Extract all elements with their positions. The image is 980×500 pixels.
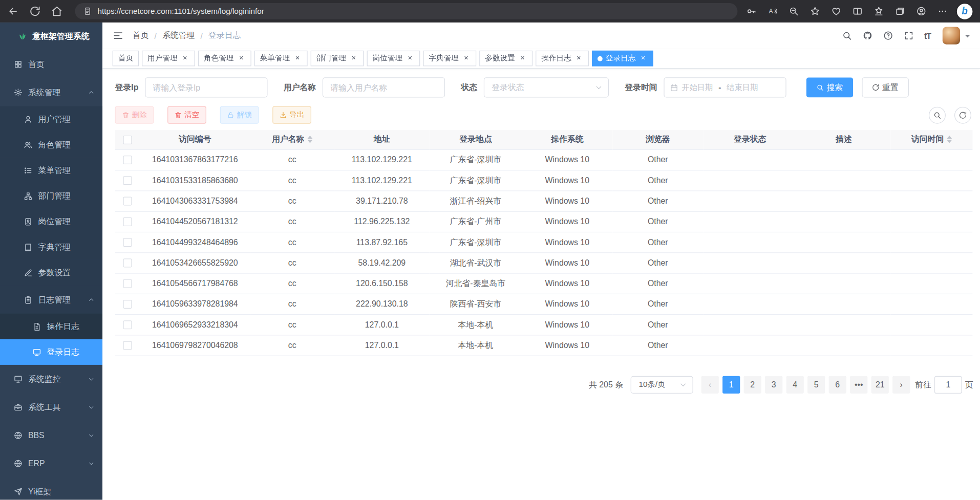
sidebar-item-10[interactable]: 操作日志: [0, 314, 102, 339]
table-row[interactable]: 1641044993248464896cc113.87.92.165广东省-深圳…: [115, 232, 973, 252]
read-aloud-icon[interactable]: A: [768, 6, 778, 16]
row-checkbox[interactable]: [123, 197, 132, 206]
column-header-2[interactable]: 用户名称: [250, 130, 334, 149]
help-icon[interactable]: [883, 31, 893, 41]
copilot-icon[interactable]: b: [957, 4, 973, 19]
prev-page-button[interactable]: ‹: [701, 376, 719, 393]
close-icon[interactable]: ×: [574, 54, 583, 63]
user-name-input[interactable]: [322, 77, 444, 97]
row-checkbox[interactable]: [123, 218, 132, 226]
page-button-2[interactable]: 2: [744, 376, 761, 393]
row-checkbox[interactable]: [123, 156, 132, 164]
close-icon[interactable]: ×: [237, 54, 246, 63]
column-header-9[interactable]: 访问时间: [890, 130, 972, 149]
profile-icon[interactable]: [917, 6, 927, 16]
sidebar-item-5[interactable]: 部门管理: [0, 183, 102, 209]
refresh-button[interactable]: [29, 6, 40, 17]
sidebar-item-9[interactable]: 日志管理: [0, 286, 102, 314]
user-avatar[interactable]: [943, 27, 960, 44]
table-row[interactable]: 1641059633978281984cc222.90.130.18陕西省-西安…: [115, 294, 973, 314]
header-search-icon[interactable]: [842, 31, 852, 41]
font-size-icon[interactable]: tT: [924, 31, 931, 40]
search-button[interactable]: 搜索: [806, 77, 853, 97]
login-ip-input[interactable]: [145, 77, 267, 97]
tag-1[interactable]: 用户管理×: [142, 51, 195, 67]
fullscreen-icon[interactable]: [904, 31, 914, 41]
sidebar-item-3[interactable]: 角色管理: [0, 132, 102, 158]
table-row[interactable]: 1641031367863177216cc113.102.129.221广东省-…: [115, 149, 973, 170]
table-row[interactable]: 1641043063331753984cc39.171.210.78浙江省-绍兴…: [115, 190, 973, 211]
page-button-5[interactable]: 5: [807, 376, 825, 393]
tag-2[interactable]: 角色管理×: [198, 51, 251, 67]
select-all-checkbox[interactable]: [123, 136, 132, 144]
toggle-search-button[interactable]: [929, 106, 946, 123]
close-icon[interactable]: ×: [518, 54, 527, 63]
table-row[interactable]: 1641031533185863680cc113.102.129.221广东省-…: [115, 170, 973, 190]
page-button-6[interactable]: 6: [829, 376, 846, 393]
reset-button[interactable]: 重置: [862, 77, 909, 97]
tag-0[interactable]: 首页: [113, 51, 139, 67]
close-icon[interactable]: ×: [349, 54, 358, 63]
page-button-1[interactable]: 1: [722, 376, 740, 393]
table-row[interactable]: 1641069798270046208cc127.0.0.1本地-本机Windo…: [115, 335, 973, 355]
unlock-button[interactable]: 解锁: [220, 106, 259, 124]
home-button[interactable]: [51, 6, 62, 17]
tag-8[interactable]: 操作日志×: [536, 51, 589, 67]
breadcrumb-item[interactable]: 首页: [133, 30, 149, 41]
more-pages-button[interactable]: •••: [850, 376, 867, 393]
sidebar-item-7[interactable]: 字典管理: [0, 234, 102, 260]
table-row[interactable]: 1641069652933218304cc127.0.0.1本地-本机Windo…: [115, 314, 973, 335]
close-icon[interactable]: ×: [293, 54, 302, 63]
table-row[interactable]: 1641053426655825920cc58.19.42.209湖北省-武汉市…: [115, 252, 973, 273]
refresh-table-button[interactable]: [954, 106, 971, 123]
clear-button[interactable]: 清空: [167, 106, 206, 124]
sidebar-item-12[interactable]: 系统监控: [0, 365, 102, 393]
row-checkbox[interactable]: [123, 259, 132, 268]
close-icon[interactable]: ×: [462, 54, 471, 63]
back-button[interactable]: [8, 6, 19, 17]
breadcrumb-item[interactable]: 系统管理: [162, 30, 195, 41]
address-bar[interactable]: https://ccnetcore.com:1101/system/log/lo…: [75, 3, 737, 19]
sidebar-item-8[interactable]: 参数设置: [0, 260, 102, 286]
password-key-icon[interactable]: [747, 6, 757, 16]
tag-9[interactable]: 登录日志×: [592, 51, 653, 67]
sidebar-item-15[interactable]: ERP: [0, 449, 102, 477]
table-row[interactable]: 1641044520567181312cc112.96.225.132广东省-广…: [115, 211, 973, 232]
status-select[interactable]: 登录状态: [483, 77, 608, 97]
sidebar-item-2[interactable]: 用户管理: [0, 106, 102, 132]
close-icon[interactable]: ×: [639, 54, 648, 63]
avatar-caret-icon[interactable]: [965, 35, 970, 40]
close-icon[interactable]: ×: [406, 54, 414, 63]
tag-4[interactable]: 部门管理×: [311, 51, 364, 67]
collections-icon[interactable]: [895, 6, 905, 16]
page-size-select[interactable]: 10条/页: [631, 376, 693, 393]
add-favorite-icon[interactable]: [810, 6, 820, 16]
sidebar-item-14[interactable]: BBS: [0, 421, 102, 449]
table-row[interactable]: 1641054566717984768cc120.6.150.158河北省-秦皇…: [115, 273, 973, 293]
sidebar-item-16[interactable]: Yi框架: [0, 477, 102, 500]
sidebar-item-1[interactable]: 系统管理: [0, 78, 102, 106]
delete-button[interactable]: 删除: [115, 106, 154, 124]
row-checkbox[interactable]: [123, 279, 132, 288]
sidebar-item-4[interactable]: 菜单管理: [0, 158, 102, 183]
row-checkbox[interactable]: [123, 321, 132, 330]
sidebar-toggle-icon[interactable]: [113, 30, 124, 41]
sort-carets-icon[interactable]: [947, 136, 952, 143]
date-range-picker[interactable]: 开始日期 - 结束日期: [664, 77, 786, 97]
sort-carets-icon[interactable]: [308, 136, 313, 143]
sidebar-item-0[interactable]: 首页: [0, 50, 102, 78]
page-button-3[interactable]: 3: [765, 376, 782, 393]
tag-6[interactable]: 字典管理×: [423, 51, 476, 67]
browser-essentials-icon[interactable]: [832, 6, 842, 16]
split-screen-icon[interactable]: [853, 6, 863, 16]
zoom-out-icon[interactable]: [789, 6, 799, 16]
page-jump-input[interactable]: [934, 376, 962, 393]
row-checkbox[interactable]: [123, 177, 132, 185]
close-icon[interactable]: ×: [181, 54, 189, 63]
row-checkbox[interactable]: [123, 238, 132, 247]
sidebar-item-13[interactable]: 系统工具: [0, 393, 102, 421]
favorites-bar-icon[interactable]: [874, 6, 884, 16]
sidebar-item-6[interactable]: 岗位管理: [0, 209, 102, 234]
page-button-4[interactable]: 4: [786, 376, 804, 393]
row-checkbox[interactable]: [123, 341, 132, 350]
